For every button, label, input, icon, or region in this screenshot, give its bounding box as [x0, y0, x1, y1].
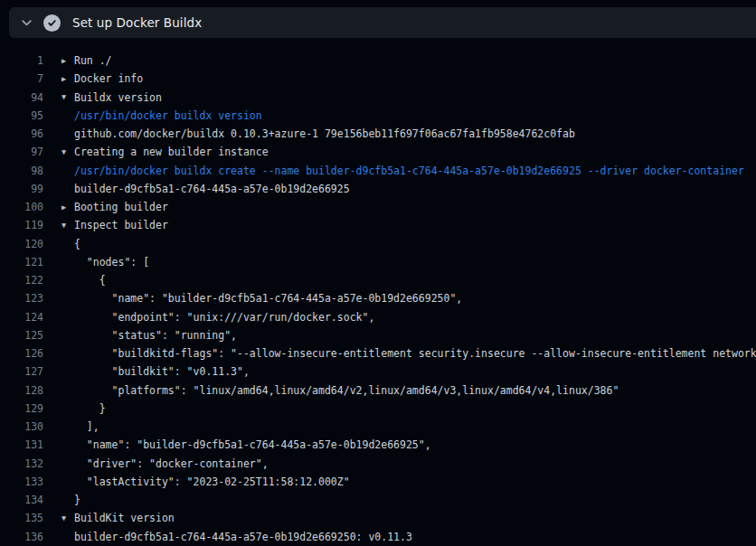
- output-text: builder-d9cfb5a1-c764-445a-a57e-0b19d2e6…: [74, 531, 412, 543]
- log-group-row[interactable]: 119▼Inspect builder: [0, 216, 756, 234]
- output-text: {: [74, 238, 80, 250]
- triangle-down-icon[interactable]: ▼: [61, 148, 74, 156]
- output-text: "name": "builder-d9cfb5a1-c764-445a-a57e…: [74, 292, 462, 305]
- log-line: 128 "platforms": "linux/amd64,linux/amd6…: [0, 381, 756, 400]
- line-number[interactable]: 1: [0, 54, 43, 67]
- line-number[interactable]: 131: [0, 438, 43, 451]
- group-title: Booting builder: [74, 201, 168, 213]
- line-number[interactable]: 7: [0, 72, 43, 85]
- log-group-row[interactable]: 100▶Booting builder: [0, 198, 756, 216]
- command-text: /usr/bin/docker buildx create --name bui…: [74, 165, 744, 177]
- group-title: Inspect builder: [74, 219, 168, 231]
- line-number[interactable]: 119: [0, 219, 43, 231]
- log-line: 136builder-d9cfb5a1-c764-445a-a57e-0b19d…: [0, 528, 756, 546]
- log-line: 134}: [0, 491, 756, 509]
- line-number[interactable]: 121: [0, 256, 43, 268]
- log-line: 96github.com/docker/buildx 0.10.3+azure-…: [0, 125, 756, 143]
- command-text: /usr/bin/docker buildx version: [74, 109, 262, 122]
- output-text: "nodes": [: [74, 256, 149, 268]
- output-text: "status": "running",: [74, 329, 237, 342]
- chevron-down-icon[interactable]: [13, 7, 40, 38]
- line-number[interactable]: 128: [0, 384, 43, 397]
- triangle-down-icon[interactable]: ▼: [61, 514, 74, 522]
- line-number[interactable]: 123: [0, 292, 43, 305]
- log-line: 125 "status": "running",: [0, 326, 756, 344]
- log-line: 123 "name": "builder-d9cfb5a1-c764-445a-…: [0, 289, 756, 307]
- triangle-right-icon[interactable]: ▶: [61, 75, 74, 83]
- output-text: }: [74, 494, 80, 506]
- line-number[interactable]: 133: [0, 475, 43, 488]
- line-number[interactable]: 135: [0, 512, 43, 524]
- output-text: "name": "builder-d9cfb5a1-c764-445a-a57e…: [74, 438, 431, 451]
- log-rows: 1▶Run ./7▶Docker info94▼Buildx version95…: [0, 52, 756, 546]
- log-group-row[interactable]: 135▼BuildKit version: [0, 509, 756, 527]
- log-line: 95/usr/bin/docker buildx version: [0, 107, 756, 125]
- log-group-row[interactable]: 1▶Run ./: [0, 52, 756, 70]
- log-line: 130 ],: [0, 418, 756, 436]
- log-group-row[interactable]: 94▼Buildx version: [0, 89, 756, 107]
- line-number[interactable]: 99: [0, 183, 43, 195]
- log-line: 131 "name": "builder-d9cfb5a1-c764-445a-…: [0, 436, 756, 454]
- output-text: ],: [74, 420, 99, 433]
- log-line: 99builder-d9cfb5a1-c764-445a-a57e-0b19d2…: [0, 180, 756, 198]
- group-title: Buildx version: [74, 91, 162, 104]
- log-line: 120{: [0, 235, 756, 253]
- output-text: "lastActivity": "2023-02-25T11:58:12.000…: [74, 475, 350, 488]
- output-text: }: [74, 402, 106, 415]
- log-group-row[interactable]: 7▶Docker info: [0, 70, 756, 88]
- triangle-down-icon[interactable]: ▼: [61, 221, 74, 230]
- log-line: 129 }: [0, 400, 756, 418]
- output-text: {: [74, 274, 106, 287]
- line-number[interactable]: 94: [0, 91, 43, 104]
- log-line: 121 "nodes": [: [0, 253, 756, 271]
- log-line: 132 "driver": "docker-container",: [0, 455, 756, 473]
- output-text: "endpoint": "unix:///var/run/docker.sock…: [74, 311, 374, 324]
- output-text: "buildkit": "v0.11.3",: [74, 365, 250, 378]
- log-line: 126 "buildkitd-flags": "--allow-insecure…: [0, 344, 756, 362]
- line-number[interactable]: 95: [0, 109, 43, 122]
- output-text: "buildkitd-flags": "--allow-insecure-ent…: [74, 347, 756, 360]
- line-number[interactable]: 134: [0, 494, 43, 506]
- line-number[interactable]: 96: [0, 127, 43, 140]
- log-line: 124 "endpoint": "unix:///var/run/docker.…: [0, 308, 756, 326]
- line-number[interactable]: 125: [0, 329, 43, 342]
- triangle-right-icon[interactable]: ▶: [61, 57, 74, 65]
- line-number[interactable]: 127: [0, 365, 43, 378]
- check-circle-icon: [43, 14, 61, 32]
- output-text: "platforms": "linux/amd64,linux/amd64/v2…: [74, 384, 619, 397]
- group-title: Run ./: [74, 54, 112, 67]
- output-text: builder-d9cfb5a1-c764-445a-a57e-0b19d2e6…: [74, 183, 350, 195]
- log-line: 122 {: [0, 271, 756, 289]
- log-line: 98/usr/bin/docker buildx create --name b…: [0, 162, 756, 180]
- log-line: 127 "buildkit": "v0.11.3",: [0, 362, 756, 381]
- group-title: Creating a new builder instance: [74, 146, 269, 158]
- line-number[interactable]: 126: [0, 347, 43, 360]
- group-title: Docker info: [74, 72, 143, 85]
- triangle-down-icon[interactable]: ▼: [61, 93, 74, 101]
- output-text: github.com/docker/buildx 0.10.3+azure-1 …: [74, 127, 575, 140]
- output-text: "driver": "docker-container",: [74, 457, 269, 470]
- step-title: Set up Docker Buildx: [72, 15, 202, 30]
- line-number[interactable]: 124: [0, 311, 43, 324]
- line-number[interactable]: 129: [0, 402, 43, 415]
- line-number[interactable]: 120: [0, 238, 43, 250]
- line-number[interactable]: 132: [0, 457, 43, 470]
- line-number[interactable]: 98: [0, 165, 43, 177]
- line-number[interactable]: 130: [0, 420, 43, 433]
- triangle-right-icon[interactable]: ▶: [61, 203, 74, 212]
- line-number[interactable]: 97: [0, 146, 43, 158]
- step-header[interactable]: Set up Docker Buildx: [9, 7, 756, 38]
- line-number[interactable]: 100: [0, 201, 43, 213]
- line-number[interactable]: 122: [0, 274, 43, 287]
- log-group-row[interactable]: 97▼Creating a new builder instance: [0, 143, 756, 161]
- group-title: BuildKit version: [74, 512, 175, 524]
- line-number[interactable]: 136: [0, 531, 43, 543]
- log-line: 133 "lastActivity": "2023-02-25T11:58:12…: [0, 473, 756, 491]
